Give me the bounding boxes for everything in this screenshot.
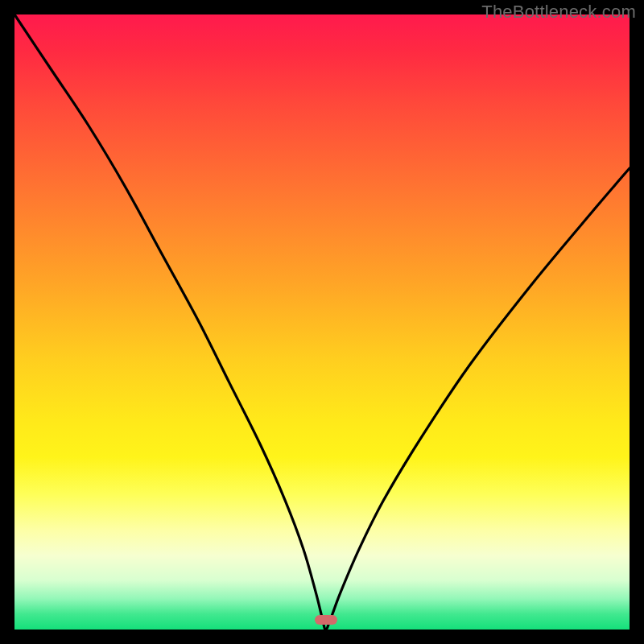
optimal-marker <box>315 615 337 625</box>
bottleneck-curve <box>14 14 630 630</box>
chart-frame: TheBottleneck.com <box>0 0 644 644</box>
attribution-text: TheBottleneck.com <box>481 2 636 23</box>
curve-path <box>14 14 630 630</box>
chart-plot-area <box>14 14 630 630</box>
